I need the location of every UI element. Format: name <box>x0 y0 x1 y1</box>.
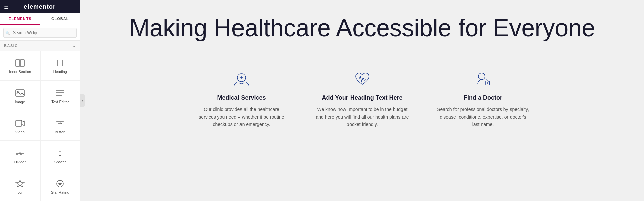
spacer-icon <box>54 149 66 158</box>
sidebar-tabs: ELEMENTS GLOBAL <box>0 13 80 25</box>
widget-label: Spacer <box>54 160 66 164</box>
widget-label: Divider <box>14 160 26 164</box>
widget-button[interactable]: Button <box>40 111 80 141</box>
widget-label: Star Rating <box>51 190 69 195</box>
heading-icon <box>54 58 66 68</box>
widget-image[interactable]: Image <box>0 81 40 111</box>
hero-title: Making Healthcare Accessible for Everyon… <box>101 13 624 42</box>
widget-label: Image <box>15 100 25 104</box>
feature-card-doctor: Find a Doctor Search for professional do… <box>429 66 537 131</box>
svg-rect-13 <box>16 120 22 126</box>
sidebar-header: ☰ elementor ⋯ <box>0 0 80 13</box>
grid-icon[interactable]: ⋯ <box>71 4 76 10</box>
feature-title-medical: Medical Services <box>217 94 266 102</box>
widget-icon[interactable]: Icon <box>0 171 40 201</box>
widget-label: Video <box>15 130 25 134</box>
image-icon <box>14 88 26 98</box>
hamburger-icon[interactable]: ☰ <box>4 4 9 10</box>
feature-desc-heading: We know how important to be in the budge… <box>315 106 409 128</box>
widget-star-rating[interactable]: Star Rating <box>40 171 80 201</box>
widget-inner-section[interactable]: Inner Section <box>0 51 40 81</box>
sidebar: ☰ elementor ⋯ ELEMENTS GLOBAL BASIC ⌄ <box>0 0 80 201</box>
features-row: Medical Services Our clinic provides all… <box>101 66 624 131</box>
feature-title-heading: Add Your Heading Text Here <box>322 94 402 102</box>
inner-section-icon <box>14 58 26 68</box>
search-bar-container <box>0 25 80 41</box>
basic-section-label: BASIC ⌄ <box>0 41 80 51</box>
widget-spacer[interactable]: Spacer <box>40 141 80 171</box>
main-content: Making Healthcare Accessible for Everyon… <box>80 0 644 201</box>
sidebar-collapse-handle[interactable]: ‹ <box>80 94 85 107</box>
widgets-grid: Inner Section Heading <box>0 51 80 201</box>
text-editor-icon <box>54 88 66 98</box>
medical-services-icon <box>231 69 252 89</box>
icon-widget-icon <box>14 179 26 188</box>
find-doctor-icon <box>473 69 493 89</box>
widget-divider[interactable]: Divider <box>0 141 40 171</box>
svg-rect-7 <box>16 90 24 96</box>
widget-label: Heading <box>53 70 67 74</box>
widget-heading[interactable]: Heading <box>40 51 80 81</box>
feature-card-heading: Add Your Heading Text Here We know how i… <box>309 66 416 131</box>
chevron-down-icon: ⌄ <box>72 43 76 48</box>
feature-card-medical: Medical Services Our clinic provides all… <box>188 66 295 131</box>
svg-point-19 <box>19 153 21 154</box>
feature-desc-medical: Our clinic provides all the healthcare s… <box>195 106 288 128</box>
feature-title-doctor: Find a Doctor <box>464 94 502 102</box>
elementor-logo: elementor <box>24 3 56 10</box>
search-input[interactable] <box>3 28 77 38</box>
widget-label: Text Editor <box>51 100 69 104</box>
button-icon <box>54 119 66 128</box>
widget-text-editor[interactable]: Text Editor <box>40 81 80 111</box>
feature-desc-doctor: Search for professional doctors by speci… <box>436 106 530 128</box>
tab-elements[interactable]: ELEMENTS <box>0 13 40 25</box>
widget-video[interactable]: Video <box>0 111 40 141</box>
widget-label: Button <box>55 130 65 134</box>
svg-point-31 <box>478 73 485 80</box>
svg-marker-25 <box>16 180 24 187</box>
divider-icon <box>14 149 26 158</box>
tab-global[interactable]: GLOBAL <box>40 13 80 25</box>
widget-label: Icon <box>16 190 23 195</box>
svg-marker-27 <box>58 182 62 186</box>
star-rating-icon <box>54 179 66 188</box>
widget-label: Inner Section <box>9 70 31 74</box>
video-icon <box>14 119 26 128</box>
heartbeat-icon <box>352 69 372 89</box>
